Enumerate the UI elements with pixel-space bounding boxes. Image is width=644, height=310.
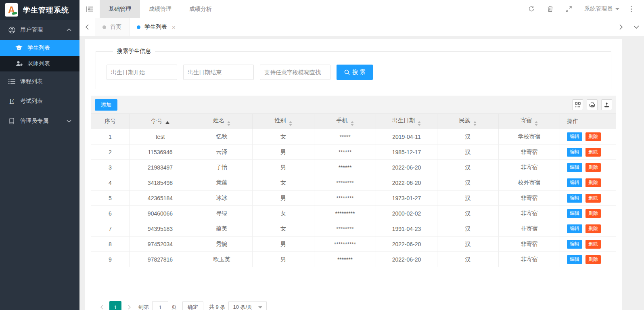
sort-icon[interactable]: [227, 121, 230, 126]
prev-page-icon[interactable]: [96, 301, 108, 310]
birth-date-end-input[interactable]: [183, 65, 254, 80]
edit-button[interactable]: 编辑: [567, 194, 582, 203]
column-header-4[interactable]: 性别: [253, 114, 314, 129]
columns-icon[interactable]: [572, 99, 583, 110]
delete-button[interactable]: 删除: [585, 240, 601, 249]
edit-button[interactable]: 编辑: [567, 178, 582, 187]
sort-icon[interactable]: [351, 121, 354, 126]
sidebar-item-label: 学生列表: [27, 44, 50, 52]
more-dots-icon[interactable]: [626, 6, 637, 12]
export-icon[interactable]: [601, 99, 612, 110]
printer-icon[interactable]: [587, 99, 598, 110]
sidebar-item-teacher-list[interactable]: 老师列表: [0, 56, 79, 71]
sidebar-item-student-list[interactable]: 学生列表: [0, 40, 79, 56]
page-jump-input[interactable]: [152, 301, 168, 310]
sidebar-item-admin-exclusive[interactable]: 管理员专属: [0, 111, 79, 131]
column-header-label: 性别: [275, 117, 286, 124]
tab-home[interactable]: 首页: [95, 18, 129, 36]
table-cell: ********: [314, 175, 376, 191]
table-cell: 21983497: [130, 160, 191, 175]
current-page-button[interactable]: 1: [109, 301, 121, 310]
search-button[interactable]: 搜 索: [337, 65, 373, 80]
table-cell: 2: [91, 145, 130, 160]
table-cell: 汉: [437, 145, 499, 160]
tabbar-controls: [613, 18, 644, 36]
delete-button[interactable]: 删除: [585, 255, 601, 264]
sort-icon[interactable]: [418, 121, 421, 126]
table-row: 211536946云泽男******1985-12-17汉非寄宿编辑删除: [91, 145, 616, 160]
delete-button[interactable]: 删除: [585, 209, 601, 218]
table-cell: 忆秋: [191, 129, 253, 145]
table-cell: 11536946: [130, 145, 191, 160]
edit-button[interactable]: 编辑: [567, 255, 582, 264]
table-cell-actions: 编辑删除: [560, 160, 616, 175]
column-header-5[interactable]: 手机: [314, 114, 376, 129]
column-header-label: 操作: [567, 118, 578, 124]
table-cell: 97452034: [130, 237, 191, 252]
table-cell: 非寄宿: [499, 191, 560, 206]
main-content: 搜索学生信息 搜 索 添加: [79, 36, 644, 310]
table-cell: *******: [314, 252, 376, 267]
delete-button[interactable]: 删除: [585, 224, 601, 233]
column-header-8[interactable]: 寄宿: [499, 114, 560, 129]
tab-student-list[interactable]: 学生列表 ×: [129, 18, 183, 36]
tabs-menu-chevron-icon[interactable]: [629, 18, 644, 36]
top-nav-score-analysis[interactable]: 成绩分析: [180, 0, 221, 18]
tabs-scroll-right-icon[interactable]: [613, 18, 629, 36]
next-page-icon[interactable]: [123, 301, 135, 310]
sidebar-item-exam-list[interactable]: E 考试列表: [0, 91, 79, 111]
delete-button[interactable]: 删除: [585, 178, 601, 187]
column-header-3[interactable]: 姓名: [191, 114, 253, 129]
logo-accent: [12, 12, 17, 15]
app-logo-icon: A: [5, 3, 18, 17]
table-cell: 94395183: [130, 221, 191, 237]
add-button[interactable]: 添加: [95, 99, 117, 111]
sidebar-item-user-management[interactable]: 用户管理: [0, 20, 79, 40]
sidebar-collapse-icon[interactable]: [79, 0, 100, 18]
table-cell: 男: [253, 237, 314, 252]
sort-asc-icon[interactable]: [165, 121, 169, 124]
sort-icon[interactable]: [289, 121, 292, 126]
table-cell: test: [130, 129, 191, 145]
column-header-6[interactable]: 出生日期: [376, 114, 437, 129]
table-cell: 寻绿: [191, 206, 253, 221]
table-cell-actions: 编辑删除: [560, 175, 616, 191]
table-cell: 汉: [437, 252, 499, 267]
column-header-2[interactable]: 学号: [130, 114, 191, 129]
delete-button[interactable]: 删除: [585, 194, 601, 203]
top-nav-score-management[interactable]: 成绩管理: [140, 0, 180, 18]
page-size-select[interactable]: 10 条/页: [228, 301, 267, 310]
edit-button[interactable]: 编辑: [567, 148, 582, 157]
table-cell: 非寄宿: [499, 237, 560, 252]
edit-button[interactable]: 编辑: [567, 240, 582, 249]
jump-prefix-label: 到第: [138, 304, 149, 310]
delete-button[interactable]: 删除: [585, 148, 601, 157]
column-header-label: 出生日期: [392, 117, 415, 124]
edit-button[interactable]: 编辑: [567, 209, 582, 218]
table-cell: 汉: [437, 206, 499, 221]
delete-button[interactable]: 删除: [585, 163, 601, 172]
table-cell: 秀婉: [191, 237, 253, 252]
sort-icon[interactable]: [535, 121, 538, 126]
sort-icon[interactable]: [473, 121, 477, 126]
trash-icon[interactable]: [541, 0, 559, 18]
confirm-page-button[interactable]: 确定: [182, 301, 203, 310]
table-cell-actions: 编辑删除: [560, 145, 616, 160]
tabs-scroll-left-icon[interactable]: [79, 18, 95, 36]
table-row: 434185498意蕴女********2022-06-20汉校外寄宿编辑删除: [91, 175, 616, 191]
delete-button[interactable]: 删除: [585, 132, 601, 141]
refresh-icon[interactable]: [522, 0, 541, 18]
user-menu[interactable]: 系统管理员: [578, 5, 626, 13]
column-header-7[interactable]: 民族: [437, 114, 499, 129]
fullscreen-icon[interactable]: [559, 0, 578, 18]
edit-button[interactable]: 编辑: [567, 132, 582, 141]
birth-date-start-input[interactable]: [107, 65, 177, 80]
student-list-panel: 搜索学生信息 搜 索 添加: [85, 39, 622, 310]
column-header-1: 序号: [91, 114, 130, 129]
edit-button[interactable]: 编辑: [567, 224, 582, 233]
edit-button[interactable]: 编辑: [567, 163, 582, 172]
close-icon[interactable]: ×: [172, 24, 176, 31]
sidebar-item-course-list[interactable]: 课程列表: [0, 71, 79, 91]
fuzzy-search-input[interactable]: [260, 65, 330, 80]
top-nav-basic-management[interactable]: 基础管理: [100, 0, 140, 18]
